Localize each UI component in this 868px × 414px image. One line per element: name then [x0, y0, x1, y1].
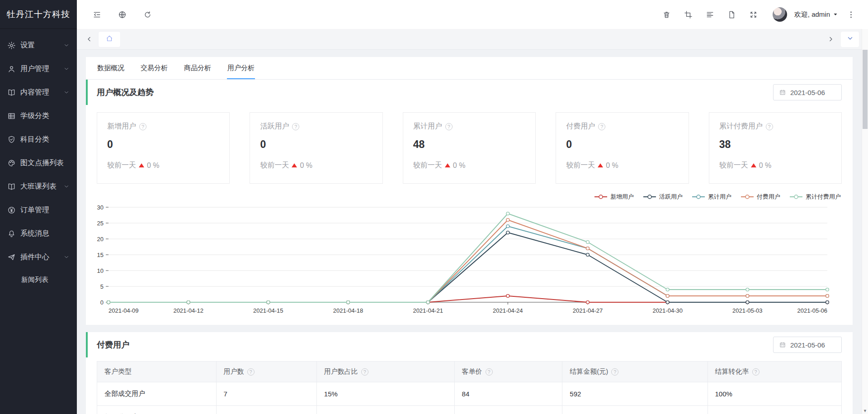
x-axis-label: 2021-04-15: [253, 307, 283, 314]
legend-marker: [789, 194, 803, 200]
up-triangle-icon: [445, 163, 450, 167]
chevron-down-icon: [63, 89, 70, 95]
legend-item-活跃用户[interactable]: 活跃用户: [643, 193, 683, 201]
refresh-icon[interactable]: [138, 5, 156, 24]
home-tab[interactable]: [99, 32, 120, 47]
legend-marker: [594, 194, 608, 200]
x-axis-label: 2021-05-06: [797, 307, 828, 314]
stat-compare: 较前一天0 %: [566, 161, 678, 170]
sidebar-menu: 设置用户管理内容管理学级分类科目分类图文点播列表大班课列表订单管理系统消息插件中…: [0, 29, 77, 290]
user-menu[interactable]: 欢迎, admin: [794, 10, 838, 19]
sidebar-item-内容管理[interactable]: 内容管理: [0, 81, 77, 104]
question-circle-icon[interactable]: [486, 368, 493, 376]
table-cell: 0: [562, 406, 708, 414]
scrollbar-thumb[interactable]: [863, 50, 868, 129]
stat-value: 0: [566, 138, 678, 151]
question-circle-icon[interactable]: [611, 368, 618, 376]
stat-card-付费用户: 付费用户0较前一天0 %: [556, 112, 689, 184]
paid-date-picker[interactable]: 2021-05-06: [773, 337, 842, 353]
fullscreen-icon[interactable]: [745, 5, 763, 24]
question-circle-icon[interactable]: [247, 368, 255, 376]
sidebar-item-插件中心[interactable]: 插件中心: [0, 245, 77, 269]
question-circle-icon[interactable]: [766, 123, 773, 130]
data-point: [746, 288, 749, 291]
scrollbar-down-arrow[interactable]: ▼: [862, 409, 868, 413]
crop-icon[interactable]: [679, 5, 698, 24]
align-left-icon[interactable]: [701, 5, 719, 24]
stat-value: 38: [719, 138, 831, 151]
tab-商品分析[interactable]: 商品分析: [184, 57, 212, 79]
sidebar-item-订单管理[interactable]: 订单管理: [0, 198, 77, 222]
sidebar-item-系统消息[interactable]: 系统消息: [0, 222, 77, 245]
question-circle-icon[interactable]: [445, 123, 453, 130]
up-triangle-icon: [292, 163, 297, 167]
trend-date-picker[interactable]: 2021-05-06: [773, 84, 842, 100]
tag-dropdown-button[interactable]: [841, 32, 859, 47]
data-point: [506, 219, 509, 222]
col-header-label: 结算转化率: [715, 367, 749, 376]
sidebar-item-科目分类[interactable]: 科目分类: [0, 128, 77, 151]
question-circle-icon[interactable]: [752, 368, 760, 376]
question-circle-icon[interactable]: [139, 123, 146, 130]
chevron-down-icon: [63, 183, 70, 190]
fold-menu-icon[interactable]: [88, 5, 106, 24]
welcome-text: 欢迎, admin: [794, 10, 830, 19]
avatar[interactable]: [773, 7, 787, 22]
col-header-用户数: 用户数: [216, 362, 316, 382]
tab-数据概况[interactable]: 数据概况: [97, 57, 125, 79]
series-line-新增用户: [108, 296, 827, 302]
chevron-right-icon[interactable]: [825, 33, 836, 45]
sidebar-item-label: 设置: [20, 41, 35, 50]
sidebar-item-label: 科目分类: [20, 135, 49, 144]
trash-icon[interactable]: [658, 5, 676, 24]
sidebar-item-图文点播列表[interactable]: 图文点播列表: [0, 151, 77, 175]
caret-down-icon: [833, 12, 838, 17]
globe-icon[interactable]: [113, 5, 131, 24]
topbar-left-actions: [88, 5, 156, 24]
legend-item-累计用户[interactable]: 累计用户: [692, 193, 731, 201]
data-point: [586, 253, 590, 257]
y-axis-label: 10: [97, 267, 104, 274]
x-axis-label: 2021-04-30: [652, 307, 683, 314]
table-cell: 0%: [316, 406, 454, 414]
chevron-left-icon[interactable]: [83, 33, 95, 45]
legend-item-付费用户[interactable]: 付费用户: [741, 193, 780, 201]
page-scrollbar[interactable]: ▼: [862, 29, 868, 414]
stat-value: 0: [260, 138, 372, 151]
x-axis-label: 2021-04-24: [493, 307, 523, 314]
series-line-累计付费用户: [108, 214, 827, 302]
y-axis-label: 20: [97, 236, 104, 243]
tab-用户分析[interactable]: 用户分析: [227, 57, 255, 79]
more-menu-icon[interactable]: [842, 5, 860, 24]
y-axis-label: 0: [100, 299, 104, 306]
stat-card-活跃用户: 活跃用户0较前一天0 %: [250, 112, 382, 184]
question-circle-icon[interactable]: [361, 368, 368, 376]
date-value: 2021-05-06: [790, 341, 825, 349]
data-point: [267, 301, 270, 304]
user-trend-chart: 0510152025302021-04-092021-04-122021-04-…: [86, 202, 853, 325]
question-circle-icon[interactable]: [598, 123, 605, 130]
sidebar-item-大班课列表[interactable]: 大班课列表: [0, 175, 77, 198]
col-header-label: 用户数占比: [324, 367, 358, 376]
file-icon[interactable]: [723, 5, 741, 24]
home-icon: [105, 34, 113, 44]
tab-交易分析[interactable]: 交易分析: [140, 57, 168, 79]
sidebar-item-用户管理[interactable]: 用户管理: [0, 57, 77, 81]
sidebar-item-label: 订单管理: [20, 205, 49, 215]
sidebar-item-设置[interactable]: 设置: [0, 33, 77, 57]
data-point: [506, 212, 509, 215]
col-header-label: 结算金额(元): [570, 367, 608, 376]
paid-users-table-wrap: 客户类型用户数用户数占比客单价结算金额(元)结算转化率 全部成交用户715%84…: [86, 357, 853, 414]
chevron-down-icon: [63, 42, 70, 48]
sidebar-item-学级分类[interactable]: 学级分类: [0, 104, 77, 128]
user-icon: [7, 65, 16, 73]
legend-item-累计付费用户[interactable]: 累计付费用户: [789, 193, 841, 201]
sidebar-item-label: 学级分类: [20, 111, 49, 121]
paid-users-table: 客户类型用户数用户数占比客单价结算金额(元)结算转化率 全部成交用户715%84…: [97, 361, 842, 414]
legend-item-新增用户[interactable]: 新增用户: [594, 193, 634, 201]
question-circle-icon[interactable]: [292, 123, 299, 130]
stat-compare: 较前一天0 %: [107, 161, 219, 170]
stat-compare: 较前一天0 %: [413, 161, 525, 170]
legend-label: 累计付费用户: [806, 193, 841, 201]
sidebar-item-新闻列表[interactable]: 新闻列表: [0, 269, 77, 290]
